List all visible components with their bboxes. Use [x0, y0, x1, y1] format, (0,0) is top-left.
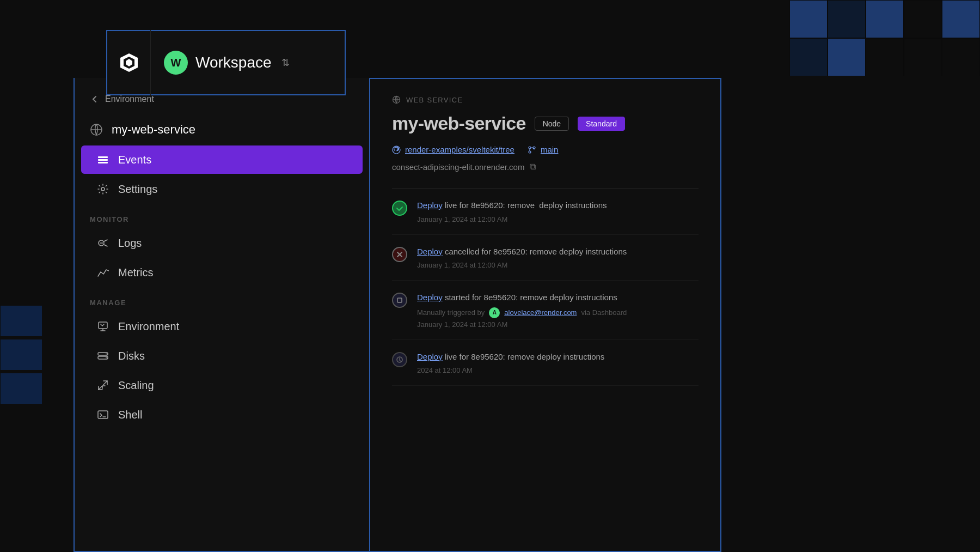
- events-icon: [96, 153, 109, 166]
- sidebar-item-events[interactable]: Events: [81, 145, 363, 174]
- event-description: Deploy started for 8e95620: remove deplo…: [417, 292, 699, 304]
- sidebar-service-name-label: my-web-service: [112, 123, 195, 137]
- monitor-section-label: MONITOR: [75, 204, 369, 228]
- sidebar-metrics-label: Metrics: [118, 266, 153, 279]
- event-timestamp: January 1, 2024 at 12:00 AM: [417, 261, 699, 269]
- sidebar-item-disks[interactable]: Disks: [81, 342, 363, 370]
- sidebar-logs-label: Logs: [118, 237, 142, 250]
- logs-icon: [96, 236, 109, 250]
- svg-rect-4: [98, 156, 108, 158]
- event-triggered-info: Manually triggered by A alovelace@render…: [417, 307, 699, 318]
- svg-rect-26: [397, 298, 402, 302]
- sidebar-shell-label: Shell: [118, 409, 142, 421]
- service-url-text: consect-adipiscing-elit.onrender.com: [392, 162, 524, 172]
- event-action-link[interactable]: Deploy: [417, 352, 443, 361]
- event-content: Deploy live for 8e95620: remove deploy i…: [417, 199, 699, 223]
- event-timestamp: January 1, 2024 at 12:00 AM: [417, 320, 699, 329]
- header-bar: W Workspace ⇅: [106, 30, 346, 95]
- sidebar-item-settings[interactable]: Settings: [81, 175, 363, 203]
- sidebar-item-scaling[interactable]: Scaling: [81, 371, 363, 399]
- sidebar-disks-label: Disks: [118, 350, 145, 362]
- table-row: Deploy cancelled for 8e95620: remove dep…: [392, 235, 699, 281]
- event-status-icon-started: [392, 293, 407, 308]
- sidebar-scaling-label: Scaling: [118, 379, 154, 392]
- sidebar-events-label: Events: [118, 154, 151, 166]
- event-description: Deploy cancelled for 8e95620: remove dep…: [417, 246, 699, 258]
- event-content: Deploy live for 8e95620: remove deploy i…: [417, 351, 699, 375]
- event-status-icon-success: [392, 201, 407, 216]
- sidebar-item-logs[interactable]: Logs: [81, 229, 363, 257]
- event-timestamp: 2024 at 12:00 AM: [417, 366, 699, 374]
- event-action-link[interactable]: Deploy: [417, 201, 443, 210]
- back-label: Environment: [105, 94, 154, 104]
- workspace-name: Workspace: [195, 54, 272, 71]
- settings-icon: [96, 183, 109, 196]
- github-icon: [392, 145, 401, 154]
- table-row: Deploy live for 8e95620: remove deploy i…: [392, 189, 699, 235]
- copy-url-button[interactable]: ⧉: [530, 162, 536, 172]
- event-content: Deploy cancelled for 8e95620: remove dep…: [417, 246, 699, 270]
- nav-sidebar: Environment my-web-service Events: [74, 78, 370, 552]
- sidebar-item-environment[interactable]: Environment: [81, 312, 363, 341]
- scaling-icon: [96, 379, 109, 392]
- svg-line-14: [102, 324, 104, 326]
- sidebar-environment-label: Environment: [118, 320, 179, 333]
- service-links-row: render-examples/sveltekit/tree main: [392, 145, 699, 154]
- svg-point-17: [106, 354, 107, 355]
- metrics-icon: [96, 266, 109, 279]
- workspace-selector[interactable]: W Workspace ⇅: [151, 51, 345, 75]
- user-avatar: A: [489, 307, 500, 318]
- bg-decoration-grid: [789, 0, 980, 76]
- git-link[interactable]: render-examples/sveltekit/tree: [392, 145, 514, 154]
- back-arrow-icon: [90, 94, 100, 104]
- branch-icon: [528, 145, 536, 154]
- event-action-link[interactable]: Deploy: [417, 247, 443, 256]
- logo-area: [107, 30, 151, 95]
- service-title-row: my-web-service Node Standard: [392, 113, 699, 134]
- event-status-icon-queued: [392, 352, 407, 367]
- sidebar-service-name[interactable]: my-web-service: [75, 115, 369, 144]
- service-url-row: consect-adipiscing-elit.onrender.com ⧉: [392, 162, 699, 172]
- sidebar-item-shell[interactable]: Shell: [81, 401, 363, 429]
- user-email-link[interactable]: alovelace@render.com: [504, 308, 577, 317]
- disks-icon: [96, 349, 109, 362]
- render-logo-icon: [119, 52, 139, 73]
- main-content-panel: WEB SERVICE my-web-service Node Standard…: [370, 78, 721, 552]
- svg-rect-5: [98, 159, 108, 161]
- workspace-chevron-icon: ⇅: [281, 57, 290, 69]
- web-service-icon: [392, 95, 401, 104]
- event-content: Deploy started for 8e95620: remove deplo…: [417, 292, 699, 329]
- badge-standard: Standard: [578, 117, 625, 131]
- sidebar-settings-label: Settings: [118, 183, 157, 196]
- shell-icon: [96, 408, 109, 421]
- service-title: my-web-service: [392, 113, 526, 134]
- svg-point-18: [106, 357, 107, 359]
- event-description: Deploy live for 8e95620: remove deploy i…: [417, 199, 699, 212]
- table-row: Deploy started for 8e95620: remove deplo…: [392, 281, 699, 340]
- svg-rect-6: [98, 162, 108, 163]
- event-description: Deploy live for 8e95620: remove deploy i…: [417, 351, 699, 363]
- event-status-icon-cancelled: [392, 247, 407, 262]
- event-action-link[interactable]: Deploy: [417, 293, 443, 302]
- svg-point-25: [529, 151, 531, 153]
- event-timestamp: January 1, 2024 at 12:00 AM: [417, 215, 699, 223]
- table-row: Deploy live for 8e95620: remove deploy i…: [392, 340, 699, 386]
- sidebar-item-metrics[interactable]: Metrics: [81, 258, 363, 287]
- manage-section-label: MANAGE: [75, 288, 369, 311]
- workspace-avatar: W: [164, 51, 188, 75]
- bg-left-decoration: [0, 305, 42, 404]
- environment-icon: [96, 320, 109, 333]
- svg-point-7: [101, 187, 105, 191]
- service-type-label: WEB SERVICE: [392, 95, 699, 104]
- badge-node: Node: [535, 117, 569, 131]
- svg-rect-19: [98, 411, 108, 418]
- branch-link[interactable]: main: [528, 145, 559, 154]
- globe-icon: [90, 123, 103, 136]
- events-list: Deploy live for 8e95620: remove deploy i…: [392, 188, 699, 386]
